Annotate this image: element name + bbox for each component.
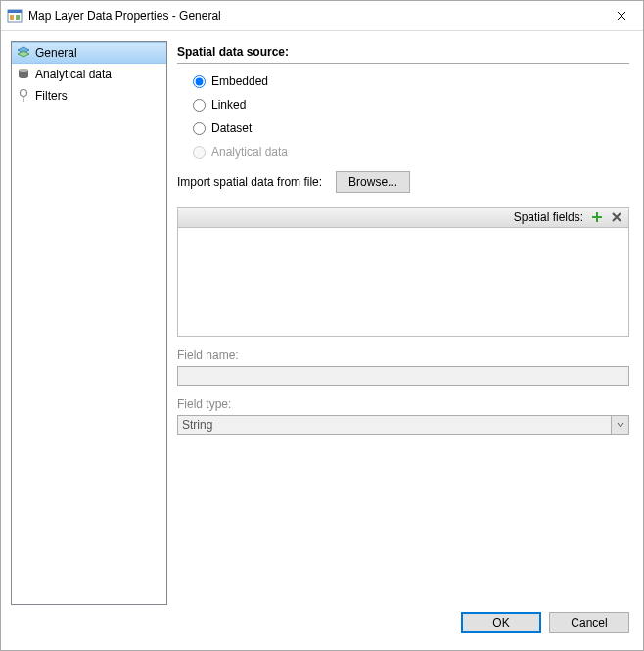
layers-icon <box>16 45 31 61</box>
radio-dataset-input[interactable] <box>193 122 206 135</box>
section-heading: Spatial data source: <box>177 41 629 64</box>
radio-label: Embedded <box>211 74 268 88</box>
field-type-select: String <box>177 415 629 435</box>
import-label: Import spatial data from file: <box>177 175 322 189</box>
titlebar: Map Layer Data Properties - General <box>1 1 643 31</box>
radio-label: Linked <box>211 98 246 112</box>
svg-rect-1 <box>8 10 22 13</box>
spatial-fields-header: Spatial fields: <box>177 207 629 228</box>
sidebar-item-filters[interactable]: Filters <box>12 85 166 107</box>
cancel-button[interactable]: Cancel <box>549 612 629 633</box>
spatial-fields-list[interactable] <box>177 228 629 337</box>
radio-linked-input[interactable] <box>193 99 206 112</box>
sidebar: General Analytical data <box>11 41 167 605</box>
svg-point-7 <box>19 69 28 72</box>
delete-x-icon <box>611 211 622 223</box>
radio-analytical-input <box>193 146 206 159</box>
dialog-body: General Analytical data <box>1 31 643 650</box>
sidebar-item-general[interactable]: General <box>12 42 166 64</box>
dropdown-arrow <box>611 416 628 434</box>
database-icon <box>16 67 31 82</box>
main-panel: Spatial data source: Embedded Linked Dat… <box>177 41 633 605</box>
field-name-label: Field name: <box>177 349 629 362</box>
radio-linked[interactable]: Linked <box>193 95 629 115</box>
window-title: Map Layer Data Properties - General <box>28 9 599 23</box>
sidebar-item-label: Analytical data <box>35 68 112 81</box>
filter-icon <box>16 88 31 104</box>
radio-embedded-input[interactable] <box>193 75 206 88</box>
content-area: General Analytical data <box>11 41 633 605</box>
sidebar-item-label: General <box>35 46 77 60</box>
radio-embedded[interactable]: Embedded <box>193 71 629 91</box>
radio-analytical: Analytical data <box>193 142 629 162</box>
spatial-fields-panel: Spatial fields: <box>177 207 629 337</box>
remove-field-button[interactable] <box>609 209 624 225</box>
spatial-source-radio-group: Embedded Linked Dataset Analytical data <box>177 71 629 162</box>
app-icon <box>7 8 23 23</box>
import-row: Import spatial data from file: Browse... <box>177 171 629 193</box>
field-type-value: String <box>178 416 611 434</box>
window-close-button[interactable] <box>599 1 643 30</box>
sidebar-item-label: Filters <box>35 89 68 103</box>
svg-rect-2 <box>10 15 14 20</box>
add-field-button[interactable] <box>589 209 605 225</box>
field-name-input <box>177 366 629 386</box>
plus-icon <box>591 211 603 223</box>
svg-rect-11 <box>592 216 602 218</box>
chevron-down-icon <box>617 421 624 429</box>
field-type-label: Field type: <box>177 397 629 411</box>
radio-label: Dataset <box>211 121 252 135</box>
svg-point-8 <box>21 90 27 97</box>
radio-label: Analytical data <box>211 145 288 159</box>
sidebar-item-analytical-data[interactable]: Analytical data <box>12 64 166 85</box>
browse-button[interactable]: Browse... <box>336 171 410 193</box>
dialog-window: Map Layer Data Properties - General Gene… <box>0 0 644 651</box>
ok-button[interactable]: OK <box>461 612 541 633</box>
radio-dataset[interactable]: Dataset <box>193 118 629 138</box>
svg-rect-3 <box>16 15 20 20</box>
dialog-footer: OK Cancel <box>11 605 633 640</box>
svg-marker-5 <box>18 51 29 57</box>
spatial-fields-label: Spatial fields: <box>514 210 583 224</box>
